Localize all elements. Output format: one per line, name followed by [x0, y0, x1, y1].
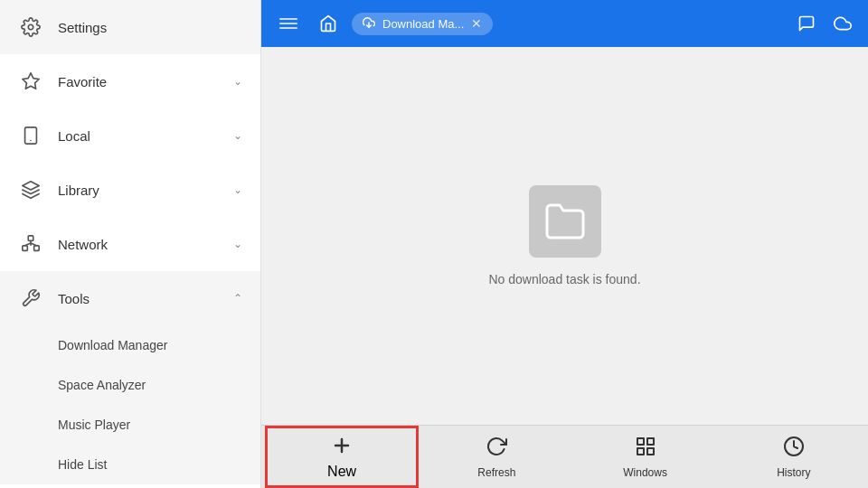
sidebar-item-local[interactable]: Local ⌄ [0, 108, 260, 163]
cloud-button[interactable] [828, 9, 857, 38]
sidebar-item-network[interactable]: Network ⌄ [0, 217, 260, 271]
svg-rect-1 [25, 127, 37, 144]
chevron-down-icon: ⌄ [233, 238, 242, 250]
close-tab-button[interactable]: ✕ [471, 16, 482, 31]
svg-rect-11 [279, 23, 297, 24]
wrench-icon [18, 286, 43, 311]
refresh-button-label: Refresh [477, 466, 515, 479]
space-analyzer-label: Space Analyzer [58, 378, 146, 392]
history-button[interactable]: History [720, 426, 868, 488]
download-manager-label: Download Manager [58, 338, 167, 352]
empty-folder-icon [529, 185, 601, 258]
network-label: Network [58, 237, 233, 252]
sidebar-item-tools[interactable]: Tools ⌃ [0, 271, 260, 325]
sidebar-item-favorite[interactable]: Favorite ⌄ [0, 54, 260, 108]
svg-rect-12 [279, 27, 297, 29]
favorite-label: Favorite [58, 74, 233, 89]
main-area: Download Ma... ✕ No download task is fou… [261, 0, 868, 488]
svg-rect-4 [23, 246, 28, 251]
empty-message: No download task is found. [488, 272, 640, 286]
download-icon [363, 16, 375, 32]
refresh-button[interactable]: Refresh [422, 426, 571, 488]
chevron-up-icon: ⌃ [233, 292, 242, 305]
sidebar-sub-item-space-analyzer[interactable]: Space Analyzer [0, 365, 260, 405]
chevron-down-icon: ⌄ [233, 183, 242, 196]
tablet-icon [18, 123, 43, 148]
music-player-label: Music Player [58, 418, 130, 432]
settings-label: Settings [58, 20, 242, 35]
svg-rect-16 [637, 438, 644, 445]
windows-button[interactable]: Windows [571, 426, 720, 488]
local-label: Local [58, 128, 233, 144]
svg-rect-10 [279, 18, 297, 20]
svg-rect-5 [28, 236, 33, 241]
windows-button-label: Windows [623, 466, 667, 479]
plus-icon [331, 435, 353, 460]
topbar-actions [792, 9, 857, 38]
refresh-icon [486, 436, 507, 463]
topbar: Download Ma... ✕ [261, 0, 868, 47]
tools-label: Tools [58, 291, 233, 306]
windows-icon [635, 436, 656, 463]
svg-rect-19 [647, 448, 654, 455]
new-button-label: New [327, 464, 356, 480]
main-content: No download task is found. [261, 47, 868, 425]
sidebar-item-library[interactable]: Library ⌄ [0, 163, 260, 217]
sidebar: Settings Favorite ⌄ Local ⌄ Library ⌄ Ne… [0, 0, 261, 488]
history-icon [783, 436, 805, 463]
network-icon [18, 231, 43, 257]
hide-list-label: Hide List [58, 457, 107, 472]
star-icon [18, 69, 43, 94]
menu-button[interactable] [272, 7, 305, 40]
sidebar-sub-item-download-manager[interactable]: Download Manager [0, 325, 260, 365]
chat-button[interactable] [792, 9, 821, 38]
svg-marker-3 [23, 182, 39, 190]
gear-icon [18, 14, 43, 40]
new-button[interactable]: New [265, 426, 419, 488]
bottom-toolbar: New Refresh Windows History [261, 425, 868, 488]
svg-line-9 [31, 243, 36, 246]
layers-icon [18, 177, 43, 202]
download-manager-tab[interactable]: Download Ma... ✕ [352, 13, 493, 35]
tab-label: Download Ma... [382, 17, 464, 31]
svg-rect-6 [34, 246, 39, 251]
chevron-down-icon: ⌄ [233, 75, 242, 88]
history-button-label: History [777, 466, 810, 479]
svg-line-8 [25, 243, 31, 246]
home-button[interactable] [312, 7, 344, 40]
sidebar-item-settings[interactable]: Settings [0, 0, 260, 54]
svg-rect-17 [647, 438, 654, 445]
svg-rect-18 [637, 448, 644, 455]
sidebar-sub-item-hide-list[interactable]: Hide List [0, 445, 260, 484]
svg-marker-0 [23, 73, 39, 89]
library-label: Library [58, 183, 233, 198]
sidebar-sub-item-music-player[interactable]: Music Player [0, 405, 260, 445]
chevron-down-icon: ⌄ [233, 129, 242, 142]
